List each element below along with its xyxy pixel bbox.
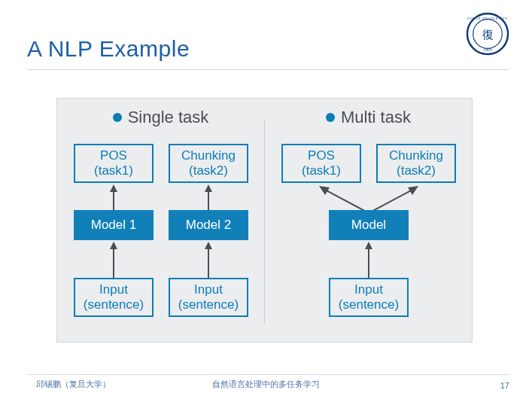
svg-marker-6 [110, 184, 117, 192]
single-pos-task-box: POS (task1) [74, 144, 154, 183]
svg-text:復: 復 [482, 28, 494, 41]
single-input1-box: Input (sentence) [74, 278, 154, 317]
footer-topic: 自然语言处理中的多任务学习 [0, 379, 532, 390]
title-divider [27, 69, 509, 70]
bullet-icon [326, 113, 335, 122]
svg-marker-10 [110, 242, 117, 249]
multi-chunking-task-box: Chunking (task2) [376, 144, 456, 183]
arrow-up-icon [108, 242, 119, 278]
arrow-up-icon [108, 184, 119, 210]
footer-divider [27, 374, 509, 375]
svg-text:1905: 1905 [483, 47, 492, 52]
svg-marker-12 [205, 242, 212, 249]
svg-text:FUDAN UNIVERSITY: FUDAN UNIVERSITY [467, 17, 509, 20]
arrow-split-icon [310, 181, 427, 213]
diagram-container: Single task POS (task1) Chunking (task2)… [56, 98, 473, 343]
slide-title: A NLP Example [27, 36, 190, 62]
single-model2-box: Model 2 [169, 210, 248, 240]
multi-pos-task-box: POS (task1) [281, 144, 361, 183]
svg-marker-16 [408, 186, 418, 195]
svg-marker-18 [365, 242, 372, 249]
single-model1-box: Model 1 [74, 210, 154, 240]
single-task-heading: Single task [57, 108, 264, 127]
university-logo: FUDAN UNIVERSITY 1905 復 [466, 12, 509, 56]
arrow-up-icon [203, 184, 214, 210]
svg-marker-8 [205, 184, 212, 192]
single-input2-box: Input (sentence) [169, 278, 248, 317]
footer-page-number: 17 [500, 381, 509, 390]
single-task-panel: Single task POS (task1) Chunking (task2)… [57, 99, 264, 342]
svg-marker-14 [319, 186, 330, 195]
single-chunking-task-box: Chunking (task2) [169, 144, 248, 183]
multi-task-panel: Multi task POS (task1) Chunking (task2) … [265, 99, 472, 342]
arrow-up-icon [203, 242, 214, 278]
arrow-up-icon [363, 242, 374, 278]
multi-input-box: Input (sentence) [329, 278, 409, 317]
multi-model-box: Model [329, 210, 409, 240]
multi-task-heading: Multi task [265, 108, 472, 127]
bullet-icon [113, 113, 122, 122]
